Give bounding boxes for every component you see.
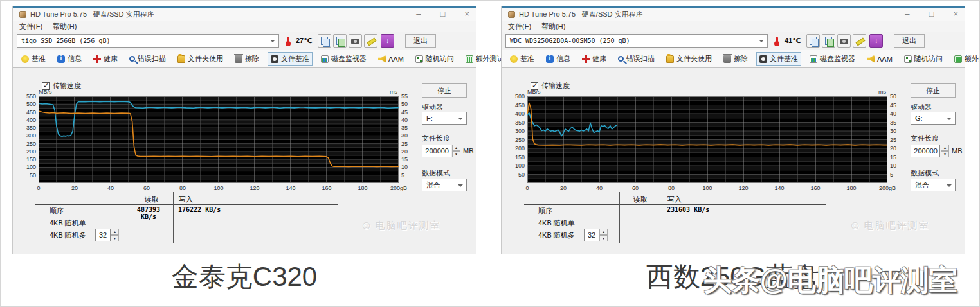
file-length-input[interactable]: 200000: [422, 145, 451, 157]
screenshot-button[interactable]: [837, 34, 851, 48]
toolbar-item-file-benchmark[interactable]: 文件基准: [756, 52, 801, 66]
toolbar-item-health[interactable]: 健康: [90, 52, 121, 66]
read-column-header: 读取: [619, 195, 662, 204]
toolbar-item-folder-usage[interactable]: 文件夹使用: [174, 52, 226, 66]
error-scan-icon: [129, 56, 135, 62]
toolbar-item-error-scan[interactable]: 错误扫描: [615, 52, 658, 66]
toolbar-item-aam[interactable]: AAM: [864, 53, 896, 65]
menu-help[interactable]: 帮助(H): [53, 22, 77, 31]
highlight-button[interactable]: [853, 34, 866, 48]
copy-image-button[interactable]: [822, 34, 835, 48]
toolbar-item-random-access[interactable]: 随机访问: [412, 52, 457, 66]
drive-combobox[interactable]: WDC WDS250G2B0A-00SM50 (250 gB): [505, 34, 768, 48]
thread-count-stepper[interactable]: 32▲▼: [95, 229, 119, 241]
thread-count-stepper[interactable]: 32▲▼: [584, 229, 608, 241]
toolbar-item-disk-monitor[interactable]: 磁盘监视器: [318, 52, 370, 66]
exit-button[interactable]: 退出: [894, 34, 925, 48]
chevron-down-icon[interactable]: [270, 40, 275, 45]
highlight-button[interactable]: [364, 34, 377, 48]
copy-text-button[interactable]: [806, 34, 820, 48]
axis-tick: 10: [401, 164, 417, 170]
axis-tick: 20: [560, 185, 567, 191]
stepper-up-icon[interactable]: ▲: [941, 145, 949, 151]
axis-tick: 300: [502, 128, 525, 134]
toolbar-item-file-benchmark[interactable]: 文件基准: [268, 52, 313, 66]
stepper-down-icon[interactable]: ▼: [941, 151, 949, 157]
minimize-icon[interactable]: –: [905, 10, 909, 19]
toolbar-item-benchmark[interactable]: 基准: [18, 52, 49, 66]
axis-tick: 150: [13, 156, 36, 162]
toolbar-item-erase[interactable]: 擦除: [720, 52, 751, 66]
data-mode-select[interactable]: 混合: [911, 179, 956, 191]
benchmark-chart: [39, 96, 399, 183]
toolbar-item-info[interactable]: 信息: [543, 52, 574, 66]
maximize-icon[interactable]: □: [929, 10, 934, 19]
toolbar-item-label: 擦除: [734, 54, 748, 64]
chevron-down-icon[interactable]: [458, 118, 463, 123]
y-axis-unit: MB/s: [527, 89, 541, 95]
file-length-stepper[interactable]: ▲ ▼: [941, 145, 949, 157]
toolbar-item-health[interactable]: 健康: [579, 52, 610, 66]
axis-tick: 20: [71, 185, 78, 191]
menu-file[interactable]: 文件(F): [508, 22, 531, 31]
toolbar-item-disk-monitor[interactable]: 磁盘监视器: [806, 52, 858, 66]
write-column-header: 写入: [667, 195, 682, 204]
axis-tick: 150: [502, 154, 525, 161]
axis-tick: 250: [502, 137, 525, 143]
chevron-down-icon[interactable]: [458, 184, 463, 189]
data-mode-value: 混合: [426, 181, 440, 189]
row-label: 顺序: [50, 206, 64, 216]
chevron-down-icon[interactable]: [947, 118, 952, 123]
minimize-icon[interactable]: –: [416, 10, 421, 19]
stepper-down-icon[interactable]: ▼: [111, 235, 119, 241]
chevron-down-icon[interactable]: [759, 40, 764, 45]
thread-count-value: 32: [95, 229, 111, 241]
y2-axis-unit: ms: [390, 89, 397, 95]
disk-monitor-icon: [321, 55, 329, 63]
file-benchmark-icon: [271, 55, 278, 63]
stop-button[interactable]: 停止: [911, 83, 956, 98]
drive-row: WDC WDS250G2B0A-00SM50 (250 gB) 41℃ ↓ 退出: [502, 32, 965, 50]
axis-tick: 350: [13, 125, 36, 131]
target-drive-select[interactable]: G:: [911, 112, 956, 125]
stepper-down-icon[interactable]: ▼: [599, 235, 608, 241]
close-icon[interactable]: ×: [953, 10, 958, 19]
stepper-up-icon[interactable]: ▲: [599, 229, 608, 235]
toolbar-item-benchmark[interactable]: 基准: [507, 52, 538, 66]
toolbar-item-extra-tests[interactable]: 额外测试: [951, 52, 980, 66]
stepper-up-icon[interactable]: ▲: [452, 145, 460, 151]
save-button[interactable]: ↓: [869, 34, 883, 48]
chevron-down-icon[interactable]: [947, 184, 952, 189]
toolbar-item-folder-usage[interactable]: 文件夹使用: [663, 52, 715, 66]
menu-help[interactable]: 帮助(H): [541, 22, 565, 31]
data-mode-select[interactable]: 混合: [422, 179, 467, 191]
file-length-stepper[interactable]: ▲ ▼: [452, 145, 460, 157]
exit-button[interactable]: 退出: [405, 34, 436, 48]
aam-icon: [867, 55, 875, 63]
file-length-input[interactable]: 200000: [911, 145, 940, 157]
toolbar-item-label: 文件夹使用: [188, 54, 223, 64]
stop-button[interactable]: 停止: [422, 83, 467, 98]
toolbar: 基准信息健康错误扫描文件夹使用擦除文件基准磁盘监视器AAM随机访问额外测试: [13, 50, 476, 68]
stepper-up-icon[interactable]: ▲: [111, 229, 119, 235]
stepper-arrows[interactable]: ▲▼: [111, 229, 119, 241]
target-drive-select[interactable]: F:: [422, 112, 467, 125]
toolbar-item-error-scan[interactable]: 错误扫描: [126, 52, 169, 66]
toolbar-item-erase[interactable]: 擦除: [231, 52, 262, 66]
save-button[interactable]: ↓: [381, 34, 394, 48]
toolbar-item-random-access[interactable]: 随机访问: [901, 52, 946, 66]
axis-tick: 30: [890, 128, 905, 134]
toolbar-item-aam[interactable]: AAM: [375, 53, 407, 65]
close-icon[interactable]: ×: [464, 10, 469, 19]
copy-text-button[interactable]: [318, 34, 331, 48]
axis-tick: 180: [358, 185, 367, 191]
stepper-down-icon[interactable]: ▼: [452, 151, 460, 157]
toolbar-item-info[interactable]: 信息: [54, 52, 85, 66]
maximize-icon[interactable]: □: [440, 10, 446, 19]
screenshot-button[interactable]: [349, 34, 362, 48]
menu-file[interactable]: 文件(F): [19, 22, 42, 31]
stepper-arrows[interactable]: ▲▼: [599, 229, 608, 241]
axis-tick: 250: [13, 141, 36, 147]
copy-image-button[interactable]: [333, 34, 347, 48]
drive-combobox[interactable]: tigo SSD 256GB (256 gB): [17, 34, 279, 48]
